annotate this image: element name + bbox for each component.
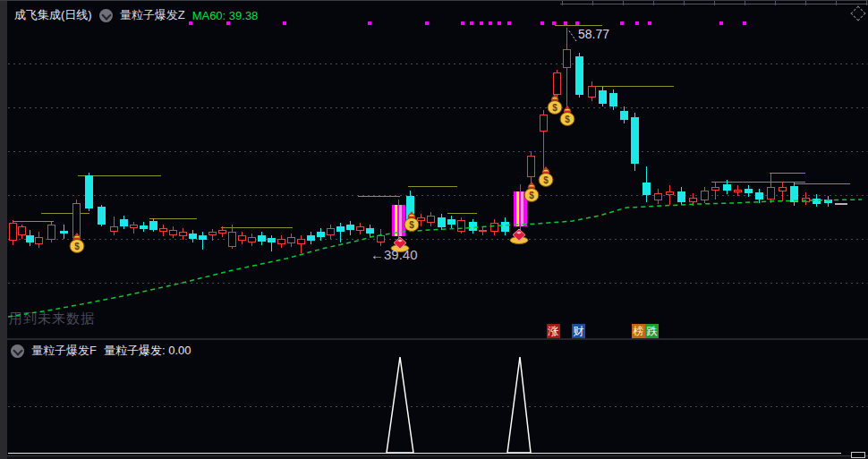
buy-signal-dot bbox=[648, 21, 651, 25]
left-rail bbox=[0, 1, 7, 459]
svg-text:$: $ bbox=[529, 191, 534, 200]
hot-badge[interactable]: 财 bbox=[572, 324, 585, 338]
svg-text:$: $ bbox=[409, 220, 414, 230]
svg-text:$: $ bbox=[565, 115, 570, 124]
price-chart-canvas[interactable]: 成飞集成(日线) 量粒子爆发Z MA60: 39.38 用到未来数据 $ $ $… bbox=[0, 1, 868, 338]
buy-signal-dot bbox=[480, 21, 483, 25]
buy-signal-dot bbox=[461, 21, 464, 25]
ma60-line bbox=[0, 1, 868, 338]
signal-spike bbox=[387, 357, 413, 453]
panel-divider[interactable] bbox=[0, 338, 868, 340]
buy-signal-dot bbox=[470, 21, 473, 25]
chevron-down-icon[interactable] bbox=[11, 344, 24, 358]
gem-icon bbox=[509, 228, 529, 244]
signal-chart-canvas[interactable]: 量粒子爆发F 量粒子爆发: 0.00 bbox=[0, 340, 868, 455]
svg-text:$: $ bbox=[552, 103, 557, 113]
hot-badge[interactable]: 涨 bbox=[547, 324, 560, 338]
price-header: 成飞集成(日线) 量粒子爆发Z MA60: 39.38 bbox=[14, 7, 258, 23]
buy-signal-dot bbox=[283, 21, 286, 25]
signal-header: 量粒子爆发F 量粒子爆发: 0.00 bbox=[11, 343, 191, 359]
buy-signal-dot bbox=[552, 21, 556, 25]
bottom-scrollbar[interactable] bbox=[0, 455, 868, 459]
indicator-title[interactable]: 量粒子爆发Z bbox=[120, 7, 185, 23]
buy-signal-dot bbox=[498, 21, 501, 25]
money-bag-icon: $ bbox=[559, 105, 575, 126]
signal-spike bbox=[507, 357, 531, 453]
buy-signal-dot bbox=[564, 21, 567, 25]
chevron-down-icon[interactable] bbox=[99, 9, 113, 22]
money-bag-icon: $ bbox=[538, 166, 554, 187]
peak-price-label: 58.77 bbox=[578, 27, 609, 41]
svg-text:$: $ bbox=[74, 242, 80, 251]
money-bag-icon: $ bbox=[69, 232, 85, 253]
stock-chart-window: 成飞集成(日线) 量粒子爆发Z MA60: 39.38 用到未来数据 $ $ $… bbox=[0, 0, 868, 459]
money-bag-icon: $ bbox=[404, 210, 420, 232]
pullback-price-label: ←39.40 bbox=[370, 247, 418, 262]
svg-text:$: $ bbox=[543, 175, 549, 185]
sub-indicator-title[interactable]: 量粒子爆发F bbox=[31, 343, 97, 359]
buy-signal-dot bbox=[507, 21, 511, 25]
buy-signal-dot bbox=[425, 21, 429, 25]
buy-signal-dot bbox=[575, 21, 579, 25]
buy-signal-dot bbox=[719, 21, 723, 25]
ma60-value: MA60: 39.38 bbox=[192, 9, 259, 22]
scroll-grip[interactable] bbox=[851, 452, 865, 458]
buy-signal-dot bbox=[368, 21, 371, 25]
buy-signal-dot bbox=[540, 21, 544, 25]
buy-signal-dot bbox=[489, 21, 492, 25]
stock-title: 成飞集成(日线) bbox=[14, 7, 92, 23]
sub-indicator-value: 量粒子爆发: 0.00 bbox=[104, 343, 191, 359]
hot-badge[interactable]: 跌 bbox=[645, 324, 659, 338]
buy-signal-dot bbox=[743, 21, 746, 25]
buy-signal-dot bbox=[620, 21, 624, 25]
buy-signal-dot bbox=[635, 21, 639, 25]
hot-badge[interactable]: 榜 bbox=[632, 324, 645, 338]
